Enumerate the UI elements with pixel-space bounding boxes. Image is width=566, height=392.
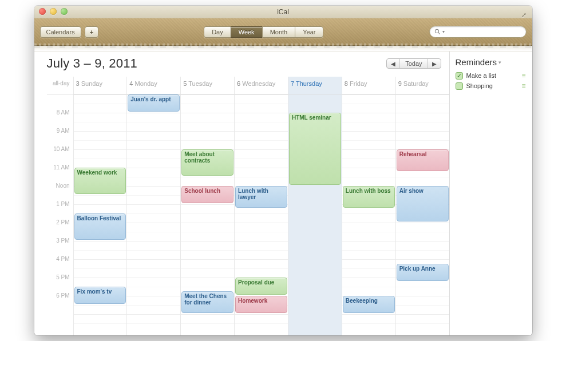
calendar-event[interactable]: Meet the Chens for dinner (181, 291, 233, 313)
traffic-lights (39, 8, 68, 15)
day-header[interactable]: 4 Monday (126, 77, 180, 94)
calendar-event[interactable]: Proposal due (235, 278, 287, 295)
hour-label: 1 PM (47, 201, 73, 219)
paper-tear-decoration (34, 46, 532, 52)
calendar-event[interactable]: Weekend work (74, 168, 126, 194)
hour-label: 9 AM (47, 128, 73, 146)
hour-label: 11 AM (47, 164, 73, 183)
view-month-button[interactable]: Month (262, 26, 296, 38)
calendar-event[interactable]: Rehearsal (397, 149, 449, 171)
hour-label: 2 PM (47, 219, 73, 237)
day-header-row: all-day 3 Sunday4 Monday5 Tuesday6 Wedne… (47, 77, 449, 94)
hour-label: Noon (47, 183, 73, 201)
reminder-label: Make a list (466, 72, 497, 79)
calendar-event[interactable]: Homework (235, 296, 287, 313)
view-week-button[interactable]: Week (231, 26, 263, 38)
allday-label: all-day (47, 77, 73, 94)
reminder-grip-icon[interactable]: ≡ (521, 82, 526, 90)
reminders-list: ✓Make a list≡Shopping≡ (456, 70, 527, 91)
day-column[interactable]: Juan's dr. appt (126, 94, 180, 335)
zoom-icon[interactable] (61, 8, 68, 15)
day-column[interactable]: Meet about contractsSchool lunchMeet the… (180, 94, 234, 335)
reminders-pane: Reminders ▾ ✓Make a list≡Shopping≡ (449, 52, 532, 335)
calendar-event[interactable]: Balloon Festival (74, 213, 126, 240)
view-year-button[interactable]: Year (295, 26, 323, 38)
hour-label: 4 PM (47, 256, 73, 274)
calendar-event[interactable]: Beekeeping (343, 296, 395, 313)
reminder-checkbox[interactable]: ✓ (456, 72, 463, 80)
days-container: Weekend workBalloon FestivalFix mom's tv… (73, 94, 449, 335)
day-header[interactable]: 8 Friday (342, 77, 395, 94)
calendar-event[interactable]: Meet about contracts (181, 149, 233, 176)
day-header[interactable]: 7 Thursday (288, 77, 342, 94)
reminder-item[interactable]: ✓Make a list≡ (456, 70, 527, 81)
svg-line-1 (438, 33, 440, 34)
calendar-event[interactable]: Lunch with boss (343, 186, 395, 208)
date-nav: ◀ Today ▶ (386, 58, 441, 69)
day-column[interactable]: Weekend workBalloon FestivalFix mom's tv (73, 94, 127, 335)
week-grid[interactable]: 8 AM9 AM10 AM11 AMNoon1 PM2 PM3 PM4 PM5 … (47, 94, 449, 335)
calendar-event[interactable]: Juan's dr. appt (128, 94, 180, 112)
hour-label: 8 AM (47, 109, 73, 128)
hour-label: 10 AM (47, 146, 73, 164)
reminder-item[interactable]: Shopping≡ (456, 81, 527, 91)
calendar-event[interactable]: Air show (397, 186, 449, 221)
calendar-event[interactable]: Lunch with lawyer (235, 186, 287, 208)
day-header[interactable]: 6 Wednesday (234, 77, 288, 94)
next-week-button[interactable]: ▶ (428, 59, 441, 68)
main-body: July 3 – 9, 2011 ◀ Today ▶ all-day 3 Sun… (34, 52, 532, 335)
prev-week-button[interactable]: ◀ (387, 59, 399, 68)
calendar-event[interactable]: HTML seminar (289, 113, 341, 185)
reminder-checkbox[interactable] (456, 82, 463, 90)
reminder-label: Shopping (466, 82, 493, 89)
time-column: 8 AM9 AM10 AM11 AMNoon1 PM2 PM3 PM4 PM5 … (47, 94, 73, 335)
date-range-title: July 3 – 9, 2011 (47, 56, 138, 71)
hour-label: 5 PM (47, 274, 73, 292)
search-input[interactable] (445, 29, 521, 35)
hour-label (47, 94, 73, 109)
hour-label (47, 311, 73, 329)
view-segmented-control: Day Week Month Year (204, 26, 323, 38)
add-button[interactable]: + (85, 26, 98, 38)
view-day-button[interactable]: Day (204, 26, 231, 38)
day-column[interactable]: Lunch with lawyerProposal dueHomework (234, 94, 288, 335)
calendar-event[interactable]: Fix mom's tv (74, 287, 126, 304)
toolbar: Calendars + Day Week Month Year ▾ (34, 18, 532, 46)
app-window: iCal ⤢ Calendars + Day Week Month Year ▾… (34, 6, 532, 335)
calendar-header: July 3 – 9, 2011 ◀ Today ▶ (47, 55, 449, 72)
hour-label: 6 PM (47, 292, 73, 311)
day-column[interactable]: RehearsalAir showPick up Anne (395, 94, 449, 335)
reminders-disclosure-icon[interactable]: ▾ (498, 60, 501, 65)
hour-label: 3 PM (47, 237, 73, 256)
fullscreen-icon[interactable]: ⤢ (521, 9, 528, 15)
today-button[interactable]: Today (399, 59, 427, 68)
calendar-event[interactable]: School lunch (181, 186, 233, 203)
titlebar: iCal ⤢ (34, 6, 532, 18)
calendar-pane: July 3 – 9, 2011 ◀ Today ▶ all-day 3 Sun… (34, 52, 449, 335)
day-header[interactable]: 3 Sunday (73, 77, 127, 94)
reminder-grip-icon[interactable]: ≡ (521, 72, 526, 80)
calendar-event[interactable]: Pick up Anne (397, 264, 449, 281)
minimize-icon[interactable] (50, 8, 57, 15)
calendars-button[interactable]: Calendars (40, 26, 81, 38)
day-header[interactable]: 5 Tuesday (180, 77, 234, 94)
window-title: iCal (277, 8, 289, 16)
search-field[interactable]: ▾ (429, 26, 527, 38)
reminders-heading[interactable]: Reminders ▾ (456, 57, 527, 67)
day-column[interactable]: HTML seminar (288, 94, 342, 335)
reminders-title-label: Reminders (456, 57, 497, 67)
search-icon (434, 29, 441, 35)
close-icon[interactable] (39, 8, 46, 15)
svg-point-0 (435, 29, 438, 33)
day-column[interactable]: Lunch with bossBeekeeping (342, 94, 395, 335)
day-header[interactable]: 9 Saturday (395, 77, 449, 94)
